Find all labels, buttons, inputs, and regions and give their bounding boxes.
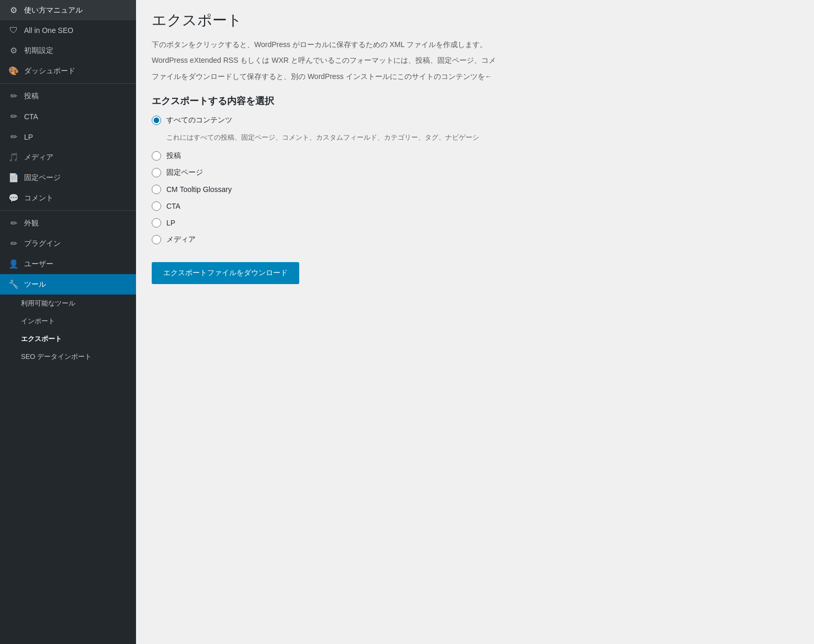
sidebar-item-pages[interactable]: 📄 固定ページ [0,167,136,188]
sidebar-item-label: CTA [24,112,38,121]
sidebar-item-label: 初期設定 [24,46,53,55]
export-label-media[interactable]: メディア [166,235,196,244]
sidebar-item-label: 固定ページ [24,173,61,183]
sidebar-item-label: 外観 [24,219,39,228]
export-radio-cta[interactable] [152,201,161,211]
export-label-lp[interactable]: LP [166,219,175,227]
export-label-cm-tooltip[interactable]: CM Tooltip Glossary [166,185,232,194]
export-radio-all[interactable] [152,116,161,125]
sidebar-item-label: 使い方マニュアル [24,6,83,15]
divider [0,210,136,211]
comment-icon: 💬 [8,193,19,203]
export-option-posts[interactable]: 投稿 [152,151,798,161]
sidebar-item-label: 投稿 [24,92,39,101]
download-button[interactable]: エクスポートファイルをダウンロード [152,262,299,284]
main-content: エクスポート 下のボタンをクリックすると、WordPress がローカルに保存す… [136,0,814,644]
export-radio-pages[interactable] [152,168,161,177]
sidebar-item-label: All in One SEO [24,26,73,35]
description-2: WordPress eXtended RSS もしくは WXR と呼んでいるこの… [152,54,798,66]
pencil-icon: ✏ [8,132,19,142]
divider [0,83,136,84]
sidebar-item-manual[interactable]: ⚙ 使い方マニュアル [0,0,136,20]
description-1: 下のボタンをクリックすると、WordPress がローカルに保存するための XM… [152,39,798,50]
sidebar-item-initial-setup[interactable]: ⚙ 初期設定 [0,40,136,61]
page-title: エクスポート [152,10,798,30]
sidebar-sub-export[interactable]: エクスポート [0,330,136,348]
plugin-icon: ✏ [8,239,19,248]
sidebar-item-plugins[interactable]: ✏ プラグイン [0,233,136,254]
sidebar-item-lp[interactable]: ✏ LP [0,127,136,147]
user-icon: 👤 [8,259,19,269]
export-label-cta[interactable]: CTA [166,202,180,210]
shield-icon: 🛡 [8,26,19,35]
export-option-all[interactable]: すべてのコンテンツ [152,116,798,125]
sidebar-item-dashboard[interactable]: 🎨 ダッシュボード [0,61,136,81]
sidebar-item-media[interactable]: 🎵 メディア [0,147,136,167]
appearance-icon: ✏ [8,218,19,228]
sidebar-sub-seo-data-import[interactable]: SEO データインポート [0,348,136,366]
export-label-posts[interactable]: 投稿 [166,151,181,161]
sidebar-item-label: ダッシュボード [24,66,75,76]
sidebar-item-label: コメント [24,194,53,203]
export-radio-lp[interactable] [152,218,161,228]
sidebar-sub-available-tools[interactable]: 利用可能なツール [0,295,136,312]
sidebar-item-label: LP [24,133,33,141]
gear-icon: ⚙ [8,5,19,15]
sidebar-item-label: メディア [24,153,53,162]
sidebar: ⚙ 使い方マニュアル 🛡 All in One SEO ⚙ 初期設定 🎨 ダッシ… [0,0,136,644]
sidebar-item-appearance[interactable]: ✏ 外観 [0,213,136,233]
sidebar-item-users[interactable]: 👤 ユーザー [0,254,136,274]
export-label-pages[interactable]: 固定ページ [166,168,203,177]
pencil-icon: ✏ [8,111,19,121]
export-description-all: これにはすべての投稿、固定ページ、コメント、カスタムフィールド、カテゴリー、タグ… [166,132,798,143]
sidebar-item-label: ツール [24,280,46,289]
media-icon: 🎵 [8,152,19,162]
sidebar-item-cta[interactable]: ✏ CTA [0,106,136,127]
export-option-lp[interactable]: LP [152,218,798,228]
sidebar-item-comments[interactable]: 💬 コメント [0,188,136,208]
sidebar-item-label: プラグイン [24,239,61,248]
palette-icon: 🎨 [8,66,19,76]
export-label-all[interactable]: すべてのコンテンツ [166,116,232,125]
description-3: ファイルをダウンロードして保存すると、別の WordPress インストールにこ… [152,71,798,82]
sidebar-item-tools[interactable]: 🔧 ツール [0,274,136,295]
export-option-media[interactable]: メディア [152,235,798,244]
export-option-cta[interactable]: CTA [152,201,798,211]
export-option-cm-tooltip[interactable]: CM Tooltip Glossary [152,185,798,194]
export-option-pages[interactable]: 固定ページ [152,168,798,177]
sidebar-sub-import[interactable]: インポート [0,312,136,330]
export-radio-media[interactable] [152,235,161,244]
page-icon: 📄 [8,173,19,183]
sidebar-item-aio-seo[interactable]: 🛡 All in One SEO [0,20,136,40]
section-heading: エクスポートする内容を選択 [152,95,798,107]
wrench-icon: 🔧 [8,279,19,289]
export-radio-cm-tooltip[interactable] [152,185,161,194]
export-radio-posts[interactable] [152,151,161,161]
gear-icon: ⚙ [8,46,19,55]
pencil-icon: ✏ [8,91,19,101]
sidebar-item-label: ユーザー [24,259,53,269]
sidebar-item-posts[interactable]: ✏ 投稿 [0,86,136,106]
